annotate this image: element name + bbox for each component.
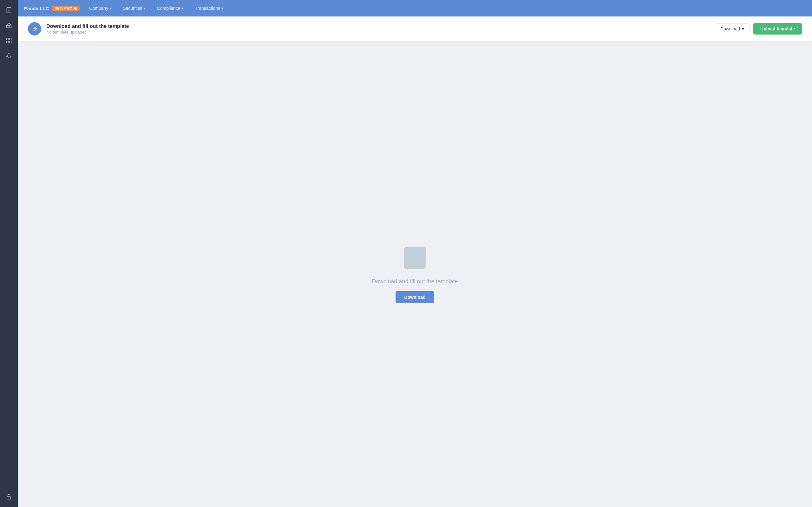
step-title: Download and fill out the template xyxy=(46,23,129,29)
chevron-down-icon: ▾ xyxy=(182,6,184,10)
chevron-down-icon: ▾ xyxy=(109,6,111,10)
sidebar-item-rocket[interactable] xyxy=(3,49,15,62)
nav-transactions[interactable]: Transactions ▾ xyxy=(193,4,225,12)
setup-mode-badge: SETUP MODE xyxy=(52,6,80,11)
sidebar-item-document[interactable] xyxy=(3,4,15,16)
step-right: Download ▾ Upload template xyxy=(715,23,802,35)
chevron-down-icon: ▾ xyxy=(221,6,223,10)
company-name: Panda LLC xyxy=(24,6,49,11)
step-left: Download and fill out the template No te… xyxy=(28,22,129,36)
nav-company[interactable]: Company ▾ xyxy=(87,4,113,12)
sidebar-item-home[interactable] xyxy=(3,19,15,32)
svg-rect-7 xyxy=(7,41,9,43)
svg-rect-6 xyxy=(9,38,11,40)
sidebar-item-lock[interactable] xyxy=(3,491,15,503)
sidebar-item-grid[interactable] xyxy=(3,34,15,47)
center-download-button[interactable]: Download xyxy=(396,291,435,303)
svg-rect-12 xyxy=(405,248,425,268)
brand: Panda LLC SETUP MODE xyxy=(24,6,80,11)
nav-compliance[interactable]: Compliance ▾ xyxy=(155,4,186,12)
topnav: Panda LLC SETUP MODE Company ▾ Securitie… xyxy=(18,0,812,16)
chevron-down-icon: ▾ xyxy=(742,26,744,32)
step-subtitle: No template uploaded xyxy=(46,30,129,35)
svg-rect-8 xyxy=(9,41,11,43)
empty-state-title: Download and fill out the template xyxy=(372,278,458,285)
header-download-button[interactable]: Download ▾ xyxy=(715,23,750,34)
chevron-down-icon: ▾ xyxy=(144,6,146,10)
step-arrow-icon xyxy=(28,22,41,36)
nav-securities[interactable]: Securities ▾ xyxy=(121,4,147,12)
svg-point-10 xyxy=(9,498,9,498)
step-text: Download and fill out the template No te… xyxy=(46,23,129,35)
main-wrapper: Panda LLC SETUP MODE Company ▾ Securitie… xyxy=(18,0,812,507)
upload-template-button[interactable]: Upload template xyxy=(753,23,802,35)
table-grid-icon xyxy=(402,245,427,272)
svg-rect-5 xyxy=(7,38,9,40)
sidebar xyxy=(0,0,18,507)
content-area: Download and fill out the template No te… xyxy=(18,16,812,507)
empty-state: Download and fill out the template Downl… xyxy=(18,42,812,507)
svg-rect-4 xyxy=(7,25,11,28)
step-header: Download and fill out the template No te… xyxy=(18,16,812,42)
